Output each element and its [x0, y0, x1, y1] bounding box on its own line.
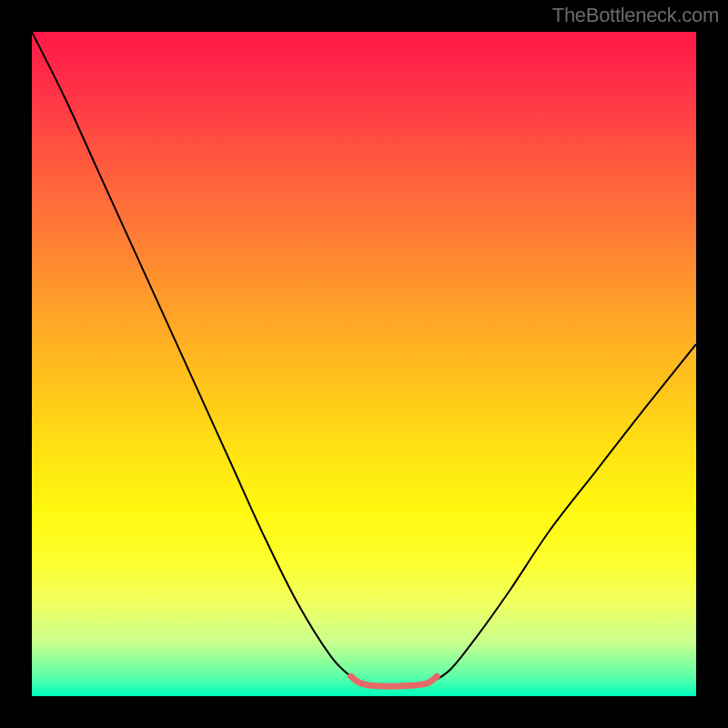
bottom-segment-path — [350, 676, 437, 686]
watermark-label: TheBottleneck.com — [552, 4, 719, 27]
right-curve-path — [430, 344, 696, 682]
chart-plot-area — [32, 32, 696, 696]
chart-svg — [32, 32, 696, 696]
left-curve-path — [32, 32, 364, 682]
